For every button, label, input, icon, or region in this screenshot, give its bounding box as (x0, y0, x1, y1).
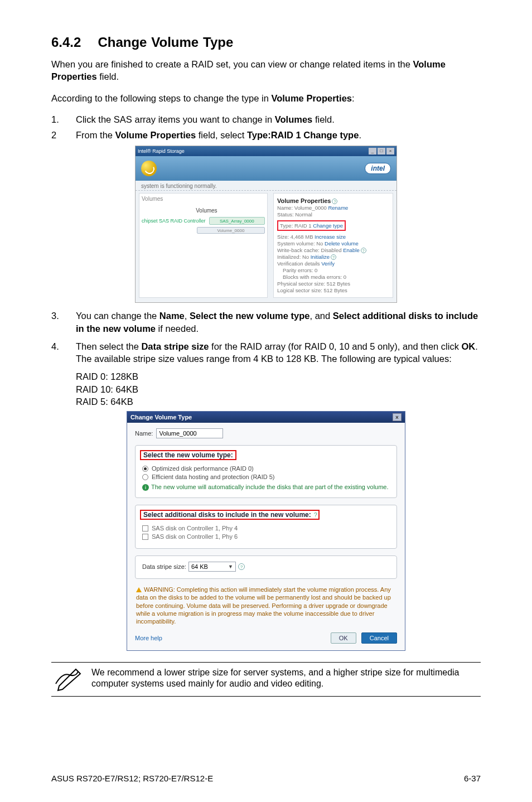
volumes-panel: Volumes Volumes chipset SAS RAID Control… (139, 193, 268, 298)
name-label: Name: (135, 430, 153, 437)
section-number: 6.4.2 (51, 35, 81, 50)
checkbox-icon[interactable] (142, 525, 148, 532)
text: field. (97, 71, 119, 81)
close-icon[interactable]: × (386, 148, 394, 154)
disk-row-2[interactable]: SAS disk on Controller 1, Phy 6 (142, 533, 390, 540)
dialog-titlebar: Change Volume Type × (127, 412, 405, 423)
text-bold: Select the new volume type (190, 311, 309, 321)
warning-message: WARNING: Completing this action will imm… (136, 586, 396, 625)
step-number: 1. (51, 113, 76, 125)
text: Type: RAID 1 (280, 223, 313, 229)
help-icon[interactable]: ? (332, 199, 337, 204)
help-icon[interactable]: ? (361, 248, 366, 253)
prop-size: Size: 4,468 MB Increase size (277, 234, 389, 240)
raid5-value: RAID 5: 64KB (76, 395, 481, 408)
page-footer: ASUS RS720-E7/RS12; RS720-E7/RS12-E 6-37 (51, 774, 481, 783)
dialog-button-row: More help OK Cancel (135, 632, 397, 645)
prop-verification: Verification details Verify (277, 260, 389, 267)
checkbox-icon[interactable] (142, 534, 148, 540)
rename-link[interactable]: Rename (328, 205, 348, 211)
text-bold: Name (159, 311, 185, 321)
step-text: You can change the Name, Select the new … (76, 310, 481, 335)
radio-raid5-row[interactable]: Efficient data hosting and protection (R… (142, 474, 390, 480)
minimize-icon[interactable]: _ (369, 148, 376, 154)
text: Initialized: No (277, 254, 311, 260)
sas-array-item[interactable]: SAS_Array_0000 (209, 217, 265, 225)
verify-link[interactable]: Verify (321, 260, 335, 267)
close-icon[interactable]: × (393, 413, 402, 421)
text-bold: Data stripe size (141, 341, 209, 351)
controller-label: chipset SAS RAID Controller (142, 218, 206, 224)
text: field, select (196, 130, 247, 140)
prop-initialized: Initialized: No Initialize? (277, 254, 389, 260)
chevron-down-icon: ▼ (228, 564, 233, 569)
radio-icon[interactable] (142, 474, 148, 480)
disk-row-1[interactable]: SAS disk on Controller 1, Phy 4 (142, 525, 390, 532)
additional-disks-group: Select additional disks to include in th… (135, 505, 397, 549)
step-4: 4. Then select the Data stripe size for … (51, 340, 481, 365)
volume-type-legend-highlight: Select the new volume type: (140, 450, 236, 460)
help-icon[interactable]: ? (331, 254, 336, 260)
raid-typical-values: RAID 0: 128KB RAID 10: 64KB RAID 5: 64KB (76, 370, 481, 408)
prop-physical-sector: Physical sector size: 512 Bytes (277, 281, 389, 287)
additional-disks-legend-highlight: Select additional disks to include in th… (140, 510, 320, 520)
info-icon: i (142, 484, 149, 491)
step-number: 4. (51, 340, 76, 365)
name-input[interactable] (156, 428, 223, 438)
section-heading: 6.4.2Change Volume Type (51, 35, 481, 50)
text-bold: Volume Properties (271, 93, 352, 103)
help-icon[interactable]: ? (238, 563, 245, 570)
prop-system-volume: System volume: No Delete volume (277, 240, 389, 247)
step-2: 2 From the Volume Properties field, sele… (51, 129, 481, 141)
stripe-size-group: Data stripe size: 64 KB ▼ ? (135, 555, 397, 579)
prop-type-highlight: Type: RAID 1 Change type (277, 220, 346, 231)
text: System volume: No (277, 240, 325, 247)
intro-paragraph-1: When you are finished to create a RAID s… (51, 58, 481, 83)
panel-title: Volume Properties (277, 197, 331, 204)
prop-logical-sector: Logical sector size: 512 Bytes (277, 287, 389, 293)
text: Verification details (277, 260, 321, 267)
note-box: We recommend a lower stripe size for ser… (51, 662, 481, 697)
radio-icon[interactable] (142, 466, 148, 472)
radio-raid0-row[interactable]: Optimized disk performance (RAID 0) (142, 465, 390, 472)
delete-volume-link[interactable]: Delete volume (325, 240, 359, 247)
more-help-link[interactable]: More help (135, 635, 162, 641)
radio-label: Optimized disk performance (RAID 0) (152, 465, 254, 472)
maximize-icon[interactable]: □ (378, 148, 385, 154)
step-number: 3. (51, 310, 76, 335)
text: Click the SAS array items you want to ch… (76, 114, 275, 124)
text: You can change the (76, 311, 159, 321)
additional-disks-legend: Select additional disks to include in th… (142, 511, 312, 519)
text: The new volume will automatically includ… (151, 484, 389, 490)
intro-paragraph-2: According to the following steps to chan… (51, 92, 481, 104)
ok-button[interactable]: OK (331, 632, 356, 644)
initialize-link[interactable]: Initialize (311, 254, 330, 260)
text: Name: Volume_0000 (277, 205, 328, 211)
text: When you are finished to create a RAID s… (51, 59, 413, 69)
cancel-button[interactable]: Cancel (361, 632, 397, 644)
name-field-row: Name: (135, 428, 397, 438)
stripe-size-value: 64 KB (191, 563, 208, 570)
text: According to the following steps to chan… (51, 93, 271, 103)
volume-type-group: Select the new volume type: Optimized di… (135, 445, 397, 498)
prop-media-errors: Blocks with media errors: 0 (277, 274, 389, 280)
volume-item[interactable]: Volume_0000 (197, 227, 265, 234)
text-bold: OK (462, 341, 476, 351)
text: WARNING: Completing this action will imm… (136, 586, 391, 625)
step-1: 1. Click the SAS array items you want to… (51, 113, 481, 125)
raid0-value: RAID 0: 128KB (76, 370, 481, 383)
text: Then select the (76, 341, 141, 351)
stripe-size-select[interactable]: 64 KB ▼ (188, 562, 236, 572)
radio-label: Efficient data hosting and protection (R… (152, 474, 275, 480)
status-message: system is functioning normally. (136, 181, 396, 191)
enable-cache-link[interactable]: Enable (343, 247, 360, 253)
disk-label: SAS disk on Controller 1, Phy 4 (152, 525, 238, 532)
change-type-link[interactable]: Change type (313, 223, 343, 229)
help-icon[interactable]: ? (314, 511, 317, 518)
prop-write-back-cache: Write-back cache: Disabled Enable? (277, 247, 389, 253)
intel-logo: intel (365, 163, 391, 174)
increase-size-link[interactable]: Increase size (315, 234, 346, 240)
info-message: iThe new volume will automatically inclu… (142, 484, 390, 491)
app-header: intel (136, 156, 396, 181)
dialog-title: Change Volume Type (130, 414, 192, 421)
